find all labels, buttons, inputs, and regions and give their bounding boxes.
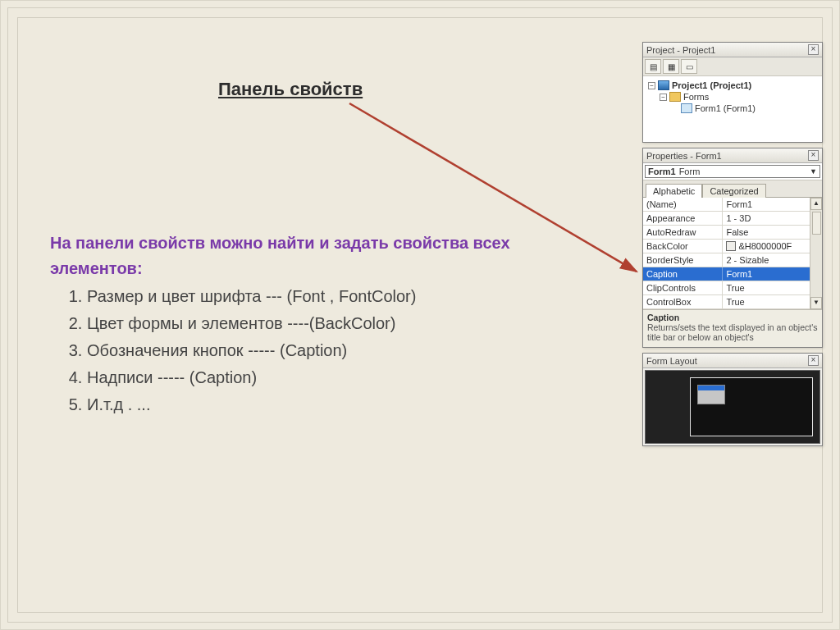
project-tree[interactable]: − Project1 (Project1) − Forms Form1 (For… <box>643 76 822 142</box>
property-name: BackColor <box>643 240 723 253</box>
desc-title: Caption <box>647 313 818 322</box>
tree-node-project[interactable]: Project1 (Project1) <box>672 80 751 90</box>
property-value-text: True <box>726 283 744 293</box>
body-text: На панели свойств можно найти и задать с… <box>50 231 575 418</box>
property-row[interactable]: BackColor&H8000000F <box>643 240 810 253</box>
tab-alphabetic[interactable]: Alphabetic <box>646 184 702 198</box>
properties-list: Размер и цвет шрифта --- (Font , FontCol… <box>87 283 575 418</box>
project-pane: Project - Project1 × ▤ ▦ ▭ − Project1 (P… <box>642 42 823 143</box>
project-toolbar: ▤ ▦ ▭ <box>643 57 822 76</box>
property-row[interactable]: ClipControlsTrue <box>643 281 810 295</box>
property-value-text: False <box>726 227 748 237</box>
property-value-text: 2 - Sizable <box>726 255 769 265</box>
tab-categorized[interactable]: Categorized <box>702 184 765 198</box>
property-value[interactable]: Form1 <box>723 198 810 211</box>
property-name: ControlBox <box>643 295 723 308</box>
intro-text: На панели свойств можно найти и задать с… <box>50 231 575 281</box>
property-value[interactable]: False <box>723 226 810 239</box>
properties-pane: Properties - Form1 × Form1 Form ▼ Alphab… <box>642 148 823 348</box>
property-name: (Name) <box>643 198 723 211</box>
form-thumb[interactable] <box>697 385 725 404</box>
list-item: Цвет формы и элементов ----(BackColor) <box>87 310 575 337</box>
tree-toggle-icon[interactable]: − <box>660 94 667 101</box>
object-type: Form <box>679 167 701 176</box>
list-item: Размер и цвет шрифта --- (Font , FontCol… <box>87 283 575 310</box>
object-name: Form1 <box>648 167 676 176</box>
form-layout-pane: Form Layout × <box>642 353 823 446</box>
tree-node-form1[interactable]: Form1 (Form1) <box>695 103 756 113</box>
form-layout-preview[interactable] <box>645 370 820 444</box>
property-row[interactable]: ControlBoxTrue <box>643 295 810 309</box>
view-code-button[interactable]: ▤ <box>645 59 661 74</box>
property-name: AutoRedraw <box>643 226 723 239</box>
property-row[interactable]: CaptionForm1 <box>643 267 810 281</box>
property-row[interactable]: (Name)Form1 <box>643 198 810 212</box>
close-icon[interactable]: × <box>808 150 819 161</box>
tree-node-forms[interactable]: Forms <box>683 92 709 102</box>
tree-toggle-icon[interactable]: − <box>648 82 655 89</box>
scroll-thumb[interactable] <box>812 212 821 235</box>
property-row[interactable]: Appearance1 - 3D <box>643 212 810 226</box>
close-icon[interactable]: × <box>808 355 819 366</box>
object-selector[interactable]: Form1 Form ▼ <box>645 165 820 178</box>
form-layout-title: Form Layout <box>646 356 697 366</box>
property-value[interactable]: True <box>723 295 810 308</box>
scrollbar[interactable]: ▲▼ <box>810 198 822 309</box>
folder-toggle-button[interactable]: ▭ <box>681 59 697 74</box>
property-row[interactable]: BorderStyle2 - Sizable <box>643 253 810 267</box>
property-value-text: Form1 <box>726 199 752 209</box>
property-value-text: 1 - 3D <box>726 213 751 223</box>
list-item: И.т.д . ... <box>87 391 575 418</box>
screen-icon <box>690 377 813 436</box>
property-value-text: True <box>726 297 744 307</box>
scroll-up-icon[interactable]: ▲ <box>810 198 822 210</box>
property-name: BorderStyle <box>643 253 723 267</box>
property-value[interactable]: Form1 <box>723 267 810 281</box>
property-value[interactable]: 1 - 3D <box>723 212 810 225</box>
desc-text: Returns/sets the text displayed in an ob… <box>647 322 817 342</box>
property-value-text: &H8000000F <box>738 241 792 251</box>
property-name: Caption <box>643 267 723 281</box>
folder-icon <box>669 92 681 102</box>
project-icon <box>658 80 669 90</box>
page-title: Панель свойств <box>218 79 363 100</box>
scroll-down-icon[interactable]: ▼ <box>810 297 822 309</box>
property-description: Caption Returns/sets the text displayed … <box>643 309 822 347</box>
color-swatch-icon <box>726 241 736 251</box>
view-object-button[interactable]: ▦ <box>663 59 679 74</box>
close-icon[interactable]: × <box>808 44 819 55</box>
property-row[interactable]: AutoRedrawFalse <box>643 226 810 240</box>
property-value-text: Form1 <box>726 269 752 279</box>
property-value[interactable]: &H8000000F <box>723 240 810 253</box>
property-name: Appearance <box>643 212 723 225</box>
form-icon <box>681 103 692 113</box>
properties-pane-title: Properties - Form1 <box>646 151 722 161</box>
list-item: Обозначения кнопок ----- (Caption) <box>87 337 575 364</box>
chevron-down-icon: ▼ <box>810 167 817 176</box>
list-item: Надписи ----- (Caption) <box>87 364 575 391</box>
property-name: ClipControls <box>643 281 723 294</box>
property-value[interactable]: True <box>723 281 810 294</box>
property-value[interactable]: 2 - Sizable <box>723 253 810 267</box>
properties-grid[interactable]: (Name)Form1Appearance1 - 3DAutoRedrawFal… <box>643 197 822 309</box>
project-pane-title: Project - Project1 <box>646 45 715 55</box>
